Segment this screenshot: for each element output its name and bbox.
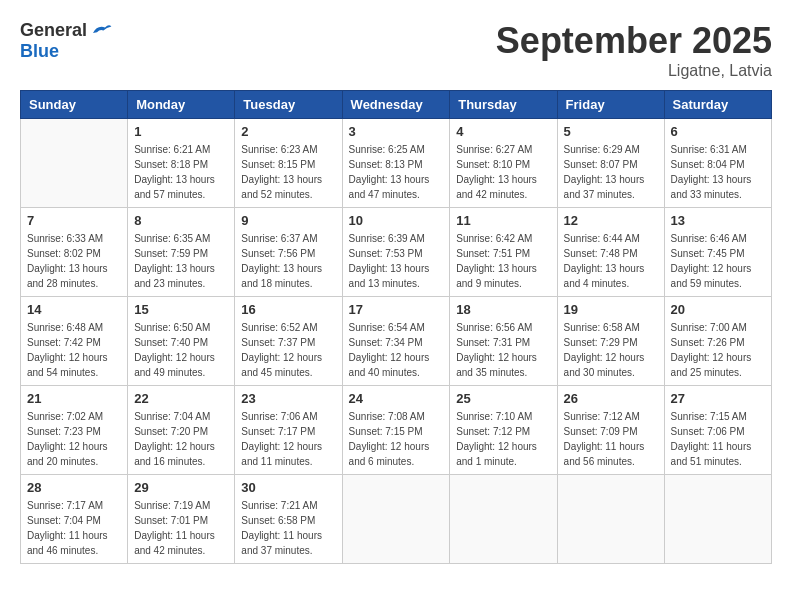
calendar-cell: 1Sunrise: 6:21 AM Sunset: 8:18 PM Daylig… bbox=[128, 119, 235, 208]
day-number: 30 bbox=[241, 480, 335, 495]
column-header-wednesday: Wednesday bbox=[342, 91, 450, 119]
day-info: Sunrise: 7:17 AM Sunset: 7:04 PM Dayligh… bbox=[27, 498, 121, 558]
day-number: 13 bbox=[671, 213, 765, 228]
calendar-cell: 18Sunrise: 6:56 AM Sunset: 7:31 PM Dayli… bbox=[450, 297, 557, 386]
calendar-cell: 5Sunrise: 6:29 AM Sunset: 8:07 PM Daylig… bbox=[557, 119, 664, 208]
calendar-cell bbox=[450, 475, 557, 564]
calendar-cell: 29Sunrise: 7:19 AM Sunset: 7:01 PM Dayli… bbox=[128, 475, 235, 564]
calendar-cell: 27Sunrise: 7:15 AM Sunset: 7:06 PM Dayli… bbox=[664, 386, 771, 475]
day-number: 17 bbox=[349, 302, 444, 317]
calendar-week-5: 28Sunrise: 7:17 AM Sunset: 7:04 PM Dayli… bbox=[21, 475, 772, 564]
calendar-cell: 9Sunrise: 6:37 AM Sunset: 7:56 PM Daylig… bbox=[235, 208, 342, 297]
day-info: Sunrise: 6:35 AM Sunset: 7:59 PM Dayligh… bbox=[134, 231, 228, 291]
column-header-sunday: Sunday bbox=[21, 91, 128, 119]
day-number: 24 bbox=[349, 391, 444, 406]
day-number: 28 bbox=[27, 480, 121, 495]
day-info: Sunrise: 6:48 AM Sunset: 7:42 PM Dayligh… bbox=[27, 320, 121, 380]
day-info: Sunrise: 7:21 AM Sunset: 6:58 PM Dayligh… bbox=[241, 498, 335, 558]
day-info: Sunrise: 6:54 AM Sunset: 7:34 PM Dayligh… bbox=[349, 320, 444, 380]
day-info: Sunrise: 7:19 AM Sunset: 7:01 PM Dayligh… bbox=[134, 498, 228, 558]
day-info: Sunrise: 6:23 AM Sunset: 8:15 PM Dayligh… bbox=[241, 142, 335, 202]
day-number: 19 bbox=[564, 302, 658, 317]
day-number: 16 bbox=[241, 302, 335, 317]
calendar-cell bbox=[664, 475, 771, 564]
calendar-week-1: 1Sunrise: 6:21 AM Sunset: 8:18 PM Daylig… bbox=[21, 119, 772, 208]
day-number: 18 bbox=[456, 302, 550, 317]
day-info: Sunrise: 6:25 AM Sunset: 8:13 PM Dayligh… bbox=[349, 142, 444, 202]
day-info: Sunrise: 7:00 AM Sunset: 7:26 PM Dayligh… bbox=[671, 320, 765, 380]
calendar-cell: 25Sunrise: 7:10 AM Sunset: 7:12 PM Dayli… bbox=[450, 386, 557, 475]
calendar-cell: 28Sunrise: 7:17 AM Sunset: 7:04 PM Dayli… bbox=[21, 475, 128, 564]
day-number: 25 bbox=[456, 391, 550, 406]
calendar-cell: 2Sunrise: 6:23 AM Sunset: 8:15 PM Daylig… bbox=[235, 119, 342, 208]
calendar-cell: 16Sunrise: 6:52 AM Sunset: 7:37 PM Dayli… bbox=[235, 297, 342, 386]
column-header-friday: Friday bbox=[557, 91, 664, 119]
day-info: Sunrise: 6:33 AM Sunset: 8:02 PM Dayligh… bbox=[27, 231, 121, 291]
day-number: 7 bbox=[27, 213, 121, 228]
day-info: Sunrise: 6:44 AM Sunset: 7:48 PM Dayligh… bbox=[564, 231, 658, 291]
calendar-cell: 8Sunrise: 6:35 AM Sunset: 7:59 PM Daylig… bbox=[128, 208, 235, 297]
day-info: Sunrise: 6:46 AM Sunset: 7:45 PM Dayligh… bbox=[671, 231, 765, 291]
calendar-cell: 23Sunrise: 7:06 AM Sunset: 7:17 PM Dayli… bbox=[235, 386, 342, 475]
calendar-cell bbox=[342, 475, 450, 564]
day-info: Sunrise: 6:37 AM Sunset: 7:56 PM Dayligh… bbox=[241, 231, 335, 291]
month-title: September 2025 bbox=[496, 20, 772, 62]
day-number: 26 bbox=[564, 391, 658, 406]
calendar-cell: 11Sunrise: 6:42 AM Sunset: 7:51 PM Dayli… bbox=[450, 208, 557, 297]
day-info: Sunrise: 6:50 AM Sunset: 7:40 PM Dayligh… bbox=[134, 320, 228, 380]
day-info: Sunrise: 6:52 AM Sunset: 7:37 PM Dayligh… bbox=[241, 320, 335, 380]
calendar-cell: 21Sunrise: 7:02 AM Sunset: 7:23 PM Dayli… bbox=[21, 386, 128, 475]
day-info: Sunrise: 6:58 AM Sunset: 7:29 PM Dayligh… bbox=[564, 320, 658, 380]
calendar-cell: 17Sunrise: 6:54 AM Sunset: 7:34 PM Dayli… bbox=[342, 297, 450, 386]
day-number: 29 bbox=[134, 480, 228, 495]
logo-bird-icon bbox=[89, 21, 113, 41]
day-number: 5 bbox=[564, 124, 658, 139]
day-number: 22 bbox=[134, 391, 228, 406]
calendar-cell: 6Sunrise: 6:31 AM Sunset: 8:04 PM Daylig… bbox=[664, 119, 771, 208]
day-number: 10 bbox=[349, 213, 444, 228]
calendar-cell: 13Sunrise: 6:46 AM Sunset: 7:45 PM Dayli… bbox=[664, 208, 771, 297]
calendar-cell: 3Sunrise: 6:25 AM Sunset: 8:13 PM Daylig… bbox=[342, 119, 450, 208]
day-number: 12 bbox=[564, 213, 658, 228]
day-info: Sunrise: 6:39 AM Sunset: 7:53 PM Dayligh… bbox=[349, 231, 444, 291]
day-info: Sunrise: 7:15 AM Sunset: 7:06 PM Dayligh… bbox=[671, 409, 765, 469]
logo-general-text: General bbox=[20, 20, 87, 41]
day-info: Sunrise: 7:08 AM Sunset: 7:15 PM Dayligh… bbox=[349, 409, 444, 469]
day-number: 20 bbox=[671, 302, 765, 317]
day-number: 14 bbox=[27, 302, 121, 317]
calendar-cell: 4Sunrise: 6:27 AM Sunset: 8:10 PM Daylig… bbox=[450, 119, 557, 208]
calendar-cell: 7Sunrise: 6:33 AM Sunset: 8:02 PM Daylig… bbox=[21, 208, 128, 297]
calendar-cell: 24Sunrise: 7:08 AM Sunset: 7:15 PM Dayli… bbox=[342, 386, 450, 475]
day-number: 9 bbox=[241, 213, 335, 228]
column-header-tuesday: Tuesday bbox=[235, 91, 342, 119]
calendar-cell: 22Sunrise: 7:04 AM Sunset: 7:20 PM Dayli… bbox=[128, 386, 235, 475]
column-header-saturday: Saturday bbox=[664, 91, 771, 119]
day-info: Sunrise: 6:21 AM Sunset: 8:18 PM Dayligh… bbox=[134, 142, 228, 202]
calendar-cell: 10Sunrise: 6:39 AM Sunset: 7:53 PM Dayli… bbox=[342, 208, 450, 297]
day-number: 23 bbox=[241, 391, 335, 406]
calendar-cell bbox=[557, 475, 664, 564]
calendar-table: SundayMondayTuesdayWednesdayThursdayFrid… bbox=[20, 90, 772, 564]
day-info: Sunrise: 6:31 AM Sunset: 8:04 PM Dayligh… bbox=[671, 142, 765, 202]
column-header-monday: Monday bbox=[128, 91, 235, 119]
calendar-week-4: 21Sunrise: 7:02 AM Sunset: 7:23 PM Dayli… bbox=[21, 386, 772, 475]
day-info: Sunrise: 7:02 AM Sunset: 7:23 PM Dayligh… bbox=[27, 409, 121, 469]
day-number: 1 bbox=[134, 124, 228, 139]
calendar-cell: 30Sunrise: 7:21 AM Sunset: 6:58 PM Dayli… bbox=[235, 475, 342, 564]
calendar-cell: 20Sunrise: 7:00 AM Sunset: 7:26 PM Dayli… bbox=[664, 297, 771, 386]
day-info: Sunrise: 7:10 AM Sunset: 7:12 PM Dayligh… bbox=[456, 409, 550, 469]
day-number: 27 bbox=[671, 391, 765, 406]
day-number: 15 bbox=[134, 302, 228, 317]
location-text: Ligatne, Latvia bbox=[496, 62, 772, 80]
calendar-cell: 19Sunrise: 6:58 AM Sunset: 7:29 PM Dayli… bbox=[557, 297, 664, 386]
calendar-cell: 12Sunrise: 6:44 AM Sunset: 7:48 PM Dayli… bbox=[557, 208, 664, 297]
calendar-cell: 26Sunrise: 7:12 AM Sunset: 7:09 PM Dayli… bbox=[557, 386, 664, 475]
calendar-cell: 15Sunrise: 6:50 AM Sunset: 7:40 PM Dayli… bbox=[128, 297, 235, 386]
column-header-thursday: Thursday bbox=[450, 91, 557, 119]
calendar-cell: 14Sunrise: 6:48 AM Sunset: 7:42 PM Dayli… bbox=[21, 297, 128, 386]
logo: General Blue bbox=[20, 20, 113, 62]
title-section: September 2025 Ligatne, Latvia bbox=[496, 20, 772, 80]
day-info: Sunrise: 7:04 AM Sunset: 7:20 PM Dayligh… bbox=[134, 409, 228, 469]
logo-blue-text: Blue bbox=[20, 41, 59, 62]
day-number: 6 bbox=[671, 124, 765, 139]
